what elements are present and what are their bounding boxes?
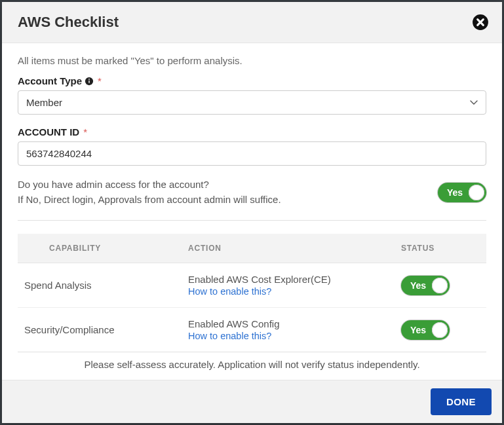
capability-cell: Security/Compliance [18,308,182,352]
account-id-label: ACCOUNT ID * [18,126,486,138]
how-to-enable-link[interactable]: How to enable this? [188,331,271,341]
how-to-enable-link[interactable]: How to enable this? [188,286,271,297]
toggle-label: Yes [410,325,426,335]
svg-rect-2 [88,80,89,83]
th-action: ACTION [182,234,395,263]
spend-analysis-toggle[interactable]: Yes [401,276,450,295]
capability-cell: Spend Analysis [18,263,182,308]
toggle-label: Yes [447,187,463,198]
action-text: Enabled AWS Config [188,318,280,329]
toggle-knob [432,322,448,338]
required-asterisk: * [83,126,87,138]
self-assess-note: Please self-assess accurately. Applicati… [18,359,486,370]
action-text: Enabled AWS Cost Explorer(CE) [188,274,331,285]
intro-text: All items must be marked "Yes" to perfor… [18,55,486,66]
admin-access-toggle[interactable]: Yes [438,183,486,202]
action-cell: Enabled AWS Cost Explorer(CE) How to ena… [182,263,395,308]
account-type-select[interactable]: Member [18,90,486,115]
table-row: Spend Analysis Enabled AWS Cost Explorer… [18,263,486,308]
svg-point-3 [88,79,90,80]
modal-title: AWS Checklist [18,14,119,31]
th-status: STATUS [395,234,486,263]
account-type-label: Account Type * [18,75,486,86]
toggle-knob [469,185,484,200]
account-id-label-text: ACCOUNT ID [18,126,79,138]
capability-table: CAPABILITY ACTION STATUS Spend Analysis … [18,234,486,352]
th-capability: CAPABILITY [18,234,182,263]
info-icon[interactable] [85,77,94,86]
table-row: Security/Compliance Enabled AWS Config H… [18,308,486,352]
done-button[interactable]: DONE [431,388,492,415]
admin-question-1: Do you have admin access for the account… [18,179,209,190]
status-cell: Yes [395,263,486,308]
close-button[interactable] [472,14,489,31]
account-type-label-text: Account Type [18,75,82,86]
action-cell: Enabled AWS Config How to enable this? [182,308,395,352]
modal-body: All items must be marked "Yes" to perfor… [2,43,502,380]
required-asterisk: * [98,75,102,86]
toggle-label: Yes [410,280,426,291]
modal-header: AWS Checklist [2,2,502,43]
close-icon [472,14,489,31]
aws-checklist-modal: AWS Checklist All items must be marked "… [2,2,502,423]
admin-question-2: If No, Direct login, Approvals from acco… [18,194,281,205]
account-id-input[interactable] [18,141,486,166]
admin-access-row: Do you have admin access for the account… [18,177,486,221]
admin-access-text: Do you have admin access for the account… [18,177,281,207]
security-compliance-toggle[interactable]: Yes [401,320,450,340]
status-cell: Yes [395,308,486,352]
toggle-knob [432,278,448,293]
modal-footer: DONE [2,380,502,423]
